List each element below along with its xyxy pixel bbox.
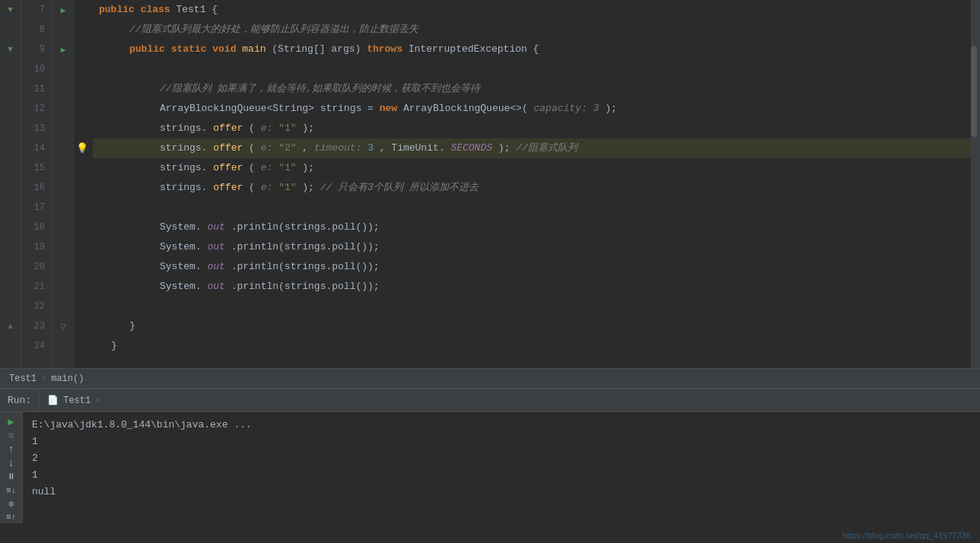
token-hint-e-16: e: [261,182,278,193]
token-println-19: .println(strings.poll()); [231,241,380,252]
fold-cell-21 [0,277,21,297]
code-line-8: //阻塞式队列最大的好处，能够防止队列容器溢出，防止数据丢失 [93,20,971,40]
token-close-14: ); [498,142,516,154]
code-indent-8 [99,24,129,35]
bulb-16 [75,178,90,198]
fold-cell-12 [0,99,21,119]
code-line-12: ArrayBlockingQueue<String> strings = new… [93,99,971,119]
code-line-20: System. out .println(strings.poll()); [93,257,971,277]
token-offer-16: offer [213,182,243,193]
token-comment-11: //阻塞队列 如果满了，就会等待,如果取队列的时候，获取不到也会等待 [160,83,480,94]
run-output: E:\java\jdk1.8.0_144\bin\java.exe ... 1 … [23,412,980,523]
fold-cell-20 [0,257,21,277]
editor-scroll-thumb[interactable] [971,46,977,137]
token-println-18: .println(strings.poll()); [231,221,380,233]
code-indent-13 [99,122,160,134]
line-num-23: 23 [21,316,45,336]
fold-cell-19 [0,237,21,257]
run-btn-18 [52,218,75,237]
token-paren-13: ( [249,122,255,134]
breadcrumb-bar: Test1 › main() [0,368,980,388]
bulb-7 [75,0,90,20]
run-gutter: ▶ ▶ ▽ [52,0,75,368]
bulb-18 [75,218,90,237]
fold-cell-9[interactable]: ▼ [0,40,21,59]
editor-scrollbar[interactable] [971,0,980,368]
run-btn-15 [52,158,75,178]
token-close-15: ); [302,162,314,173]
code-line-15: strings. offer ( e: "1" ); [93,158,971,178]
fold-cell-18 [0,218,21,237]
run-arrow-9[interactable]: ▶ [61,45,66,55]
fold-cell-7[interactable]: ▼ [0,0,21,20]
run-stop-button[interactable]: ■ [2,430,21,442]
breadcrumb-file[interactable]: Test1 [9,373,37,384]
code-line-17 [93,198,971,218]
run-btn-21 [52,277,75,297]
output-line-1: 1 [32,433,971,450]
run-up-button[interactable]: ↑ [2,443,21,456]
code-area[interactable]: public class Test1 { //阻塞式队列最大的好处，能够防止队列… [90,0,971,368]
token-hint-e-15: e: [261,162,278,173]
token-strings-14: strings. [160,142,207,154]
token-strings-15: strings. [160,162,207,173]
token-hint-e-13: e: [261,122,278,134]
bulb-gutter: 💡 [75,0,90,368]
token-out-21: out [207,281,224,292]
token-hint-timeout-14: timeout: [314,142,368,154]
run-pause-button[interactable]: ⏸ [2,471,21,483]
run-btn-12 [52,99,75,119]
code-line-10 [93,59,971,79]
code-indent-12 [99,103,160,114]
breadcrumb-method[interactable]: main() [51,373,84,384]
run-tab-close[interactable]: ✕ [95,395,100,405]
line-num-19: 19 [21,237,45,257]
run-btn-24 [52,336,75,356]
fold-cell-17 [0,198,21,218]
run-btn-9[interactable]: ▶ [52,40,75,59]
code-indent-11 [99,83,160,94]
run-dump-button[interactable]: ≡↑ [2,511,21,523]
run-label-text: Run: [8,395,31,406]
bulb-9 [75,40,90,59]
run-btn-7[interactable]: ▶ [52,0,75,20]
token-out-20: out [207,261,224,272]
fold-cell-10 [0,59,21,79]
token-hint-e-14: e: [261,142,278,154]
fold-cell-24 [0,336,21,356]
run-tabs: Run: 📄 Test1 ✕ [0,389,980,412]
run-scroll-end-button[interactable]: ≡↓ [2,484,21,497]
code-line-21: System. out .println(strings.poll()); [93,277,971,297]
token-out-19: out [207,241,224,252]
run-play-button[interactable]: ▶ [2,415,21,428]
code-line-11: //阻塞队列 如果满了，就会等待,如果取队列的时候，获取不到也会等待 [93,79,971,99]
fold-cell-13 [0,119,21,138]
fold-cell-11 [0,79,21,99]
token-offer-14: offer [213,142,243,154]
run-down-button[interactable]: ↓ [2,457,21,469]
fold-marker-23[interactable]: ▽ [60,321,65,332]
bulb-icon-14[interactable]: 💡 [76,142,88,154]
run-tab-test1[interactable]: 📄 Test1 ✕ [40,389,108,411]
file-icon: 📄 [47,395,59,406]
run-btn-11 [52,79,75,99]
line-num-16: 16 [21,178,45,198]
bulb-14[interactable]: 💡 [75,138,90,158]
bulb-23 [75,316,90,336]
token-system-19: System. [160,241,202,252]
run-settings-button[interactable]: ⚙ [2,498,21,510]
token-str-13: "1" [278,122,296,134]
token-comment-14: //阻塞式队列 [516,142,578,154]
fold-cell-23[interactable]: ▲ [0,316,21,336]
line-num-11: 11 [21,79,45,99]
bulb-20 [75,257,90,277]
token-close-brace-24: } [111,340,117,351]
code-line-22 [93,297,971,316]
run-arrow-7[interactable]: ▶ [61,5,66,15]
line-num-22: 22 [21,297,45,316]
bulb-8 [75,20,90,40]
code-indent-14 [99,142,160,154]
token-new: new [380,103,397,114]
code-indent-21 [99,281,160,292]
run-panel: Run: 📄 Test1 ✕ ▶ ■ ↑ ↓ ⏸ ≡↓ ⚙ ≡↑ E:\java… [0,388,980,523]
